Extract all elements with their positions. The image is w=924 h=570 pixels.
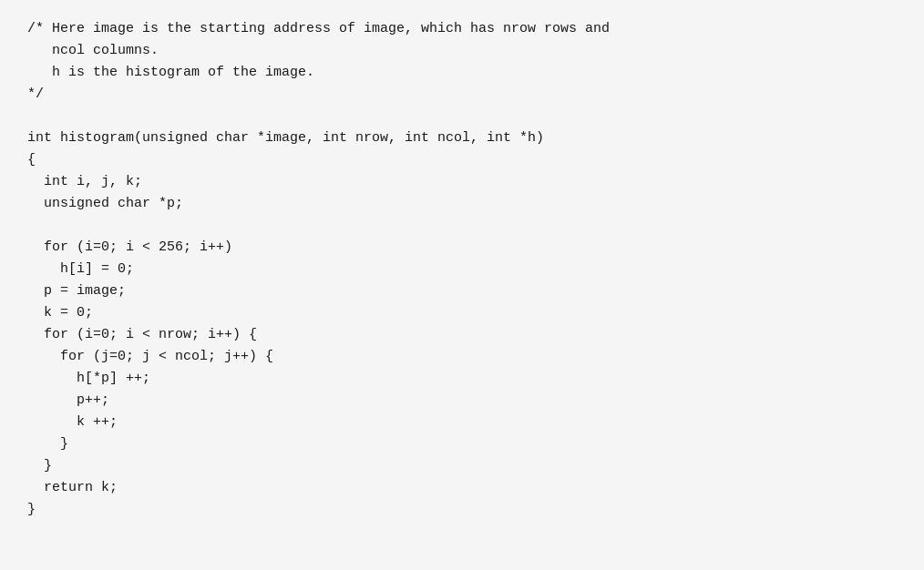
code-block: /* Here image is the starting address of… [27,18,897,521]
code-container: /* Here image is the starting address of… [0,0,924,570]
